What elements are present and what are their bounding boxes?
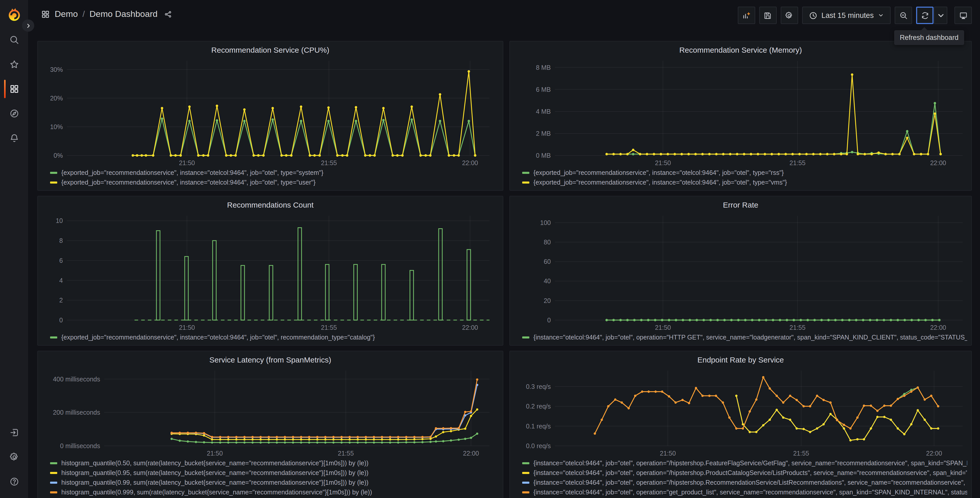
svg-text:80: 80 — [544, 238, 551, 246]
dashboard-settings-button[interactable] — [781, 6, 798, 24]
sidebar-item-alerting[interactable] — [0, 128, 28, 148]
legend-item[interactable]: {exported_job="recommendationservice", i… — [522, 177, 967, 187]
chart-canvas[interactable]: 21:5021:5522:00020406080100 — [514, 212, 967, 332]
legend-label: histogram_quantile(0.99, sum(rate(latenc… — [61, 479, 368, 486]
search-icon — [9, 35, 19, 45]
svg-text:21:50: 21:50 — [179, 159, 195, 166]
svg-text:20: 20 — [544, 297, 551, 304]
save-floppy-icon — [764, 11, 772, 20]
chart-canvas[interactable]: 21:5021:5522:000 MB2 MB4 MB6 MB8 MB — [514, 57, 967, 168]
sidebar-expand-button[interactable] — [22, 19, 34, 32]
panel-title[interactable]: Recommendations Count — [42, 200, 499, 212]
add-panel-button[interactable] — [738, 6, 755, 24]
panel-title[interactable]: Error Rate — [514, 200, 967, 212]
sidebar-item-sign-in[interactable] — [0, 422, 28, 443]
svg-text:20%: 20% — [50, 94, 63, 102]
svg-text:21:55: 21:55 — [321, 159, 337, 166]
legend-label: {exported_job="recommendationservice", i… — [61, 334, 375, 341]
chart[interactable]: 21:5021:5522:000246810 — [42, 212, 499, 332]
kiosk-mode-button[interactable] — [955, 6, 972, 24]
chart[interactable]: 21:5021:5522:00020406080100 — [514, 212, 967, 332]
chevron-right-icon — [25, 23, 31, 29]
svg-text:22:00: 22:00 — [926, 450, 942, 457]
panel-recommendation-service-cpu: Recommendation Service (CPU%) 21:5021:55… — [37, 41, 503, 191]
svg-text:21:50: 21:50 — [655, 324, 671, 331]
svg-text:2: 2 — [59, 297, 63, 304]
chart[interactable]: 21:5021:5522:000 milliseconds200 millise… — [42, 367, 499, 458]
legend-item[interactable]: {exported_job="recommendationservice", i… — [50, 168, 499, 177]
chart-canvas[interactable]: 21:5021:5522:000%10%20%30% — [42, 57, 499, 168]
time-range-label: Last 15 minutes — [821, 11, 874, 19]
legend-color-marker — [522, 172, 529, 174]
refresh-interval-dropdown[interactable] — [934, 6, 947, 24]
legend-item[interactable]: histogram_quantile(0.999, sum(rate(laten… — [50, 487, 499, 497]
panel-recommendations-count: Recommendations Count 21:5021:5522:00024… — [37, 196, 503, 346]
svg-text:22:00: 22:00 — [930, 324, 946, 331]
sidebar-item-dashboards[interactable] — [0, 79, 28, 99]
breadcrumb: Demo / Demo Dashboard — [41, 9, 172, 19]
legend-item[interactable]: {instance="otelcol:9464", job="otel", op… — [522, 332, 967, 342]
legend-color-marker — [50, 491, 57, 493]
chevron-down-icon — [936, 11, 945, 20]
chart[interactable]: 21:5021:5522:000 MB2 MB4 MB6 MB8 MB — [514, 57, 967, 168]
legend-item[interactable]: {exported_job="recommendationservice", i… — [522, 168, 967, 177]
chart-canvas[interactable]: 21:5021:5522:000 milliseconds200 millise… — [42, 367, 499, 458]
panel-title[interactable]: Service Latency (from SpanMetrics) — [42, 354, 499, 367]
legend-item[interactable]: histogram_quantile(0.95, sum(rate(latenc… — [50, 468, 499, 477]
add-panel-icon — [742, 11, 751, 20]
panel-title[interactable]: Endpoint Rate by Service — [514, 354, 967, 367]
svg-text:100: 100 — [540, 219, 551, 226]
save-dashboard-button[interactable] — [759, 6, 776, 24]
svg-text:0%: 0% — [54, 152, 63, 159]
legend: {exported_job="recommendationservice", i… — [514, 168, 967, 187]
breadcrumb-separator: / — [83, 9, 85, 19]
legend-color-marker — [50, 472, 57, 474]
svg-text:21:50: 21:50 — [179, 324, 195, 331]
svg-text:0.1 req/s: 0.1 req/s — [526, 423, 551, 430]
legend-label: {instance="otelcol:9464", job="otel", op… — [533, 479, 967, 486]
legend-item[interactable]: {exported_job="recommendationservice", i… — [50, 177, 499, 187]
legend-item[interactable]: {exported_job="recommendationservice", i… — [50, 332, 499, 342]
chart[interactable]: 21:5021:5522:000.0 req/s0.1 req/s0.2 req… — [514, 367, 967, 458]
help-question-icon — [9, 477, 19, 487]
svg-text:0.3 req/s: 0.3 req/s — [526, 383, 551, 390]
tooltip-arrow — [921, 27, 928, 31]
legend-color-marker — [50, 172, 57, 174]
sidebar-item-explore[interactable] — [0, 103, 28, 124]
legend-item[interactable]: histogram_quantile(0.50, sum(rate(latenc… — [50, 458, 499, 468]
sidebar-item-search[interactable] — [0, 30, 28, 50]
svg-text:0 MB: 0 MB — [536, 152, 551, 159]
svg-text:22:00: 22:00 — [463, 450, 479, 457]
svg-text:2 MB: 2 MB — [536, 130, 551, 137]
legend-item[interactable]: {instance="otelcol:9464", job="otel", op… — [522, 468, 967, 477]
legend-item[interactable]: {instance="otelcol:9464", job="otel", op… — [522, 458, 967, 468]
sidebar-item-settings[interactable] — [0, 447, 28, 467]
legend-label: {instance="otelcol:9464", job="otel", op… — [533, 469, 967, 476]
grafana-logo[interactable] — [0, 6, 28, 22]
tooltip-refresh-dashboard: Refresh dashboard — [894, 30, 964, 45]
svg-text:21:55: 21:55 — [338, 450, 354, 457]
svg-text:6: 6 — [59, 257, 63, 264]
legend-label: {exported_job="recommendationservice", i… — [533, 169, 784, 176]
refresh-button[interactable] — [916, 6, 934, 24]
grafana-logo-icon — [6, 6, 22, 22]
panel-title[interactable]: Recommendation Service (CPU%) — [42, 45, 499, 57]
chart[interactable]: 21:5021:5522:000%10%20%30% — [42, 57, 499, 168]
panel-title[interactable]: Recommendation Service (Memory) — [514, 45, 967, 57]
svg-text:400 milliseconds: 400 milliseconds — [53, 375, 100, 383]
share-icon[interactable] — [164, 10, 172, 18]
zoom-out-button[interactable] — [895, 6, 912, 24]
legend-item[interactable]: histogram_quantile(0.99, sum(rate(latenc… — [50, 477, 499, 487]
sidebar-item-starred[interactable] — [0, 54, 28, 75]
legend: {exported_job="recommendationservice", i… — [42, 168, 499, 187]
legend-color-marker — [522, 472, 529, 474]
breadcrumb-section[interactable]: Demo — [55, 9, 78, 19]
time-range-picker[interactable]: Last 15 minutes — [802, 6, 891, 24]
chevron-down-icon — [878, 12, 884, 18]
chart-canvas[interactable]: 21:5021:5522:000246810 — [42, 212, 499, 332]
breadcrumb-page-title: Demo Dashboard — [89, 9, 158, 19]
legend-item[interactable]: {instance="otelcol:9464", job="otel", op… — [522, 477, 967, 487]
chart-canvas[interactable]: 21:5021:5522:000.0 req/s0.1 req/s0.2 req… — [514, 367, 967, 458]
sidebar-item-help[interactable] — [0, 471, 28, 492]
legend-item[interactable]: {instance="otelcol:9464", job="otel", op… — [522, 487, 967, 497]
